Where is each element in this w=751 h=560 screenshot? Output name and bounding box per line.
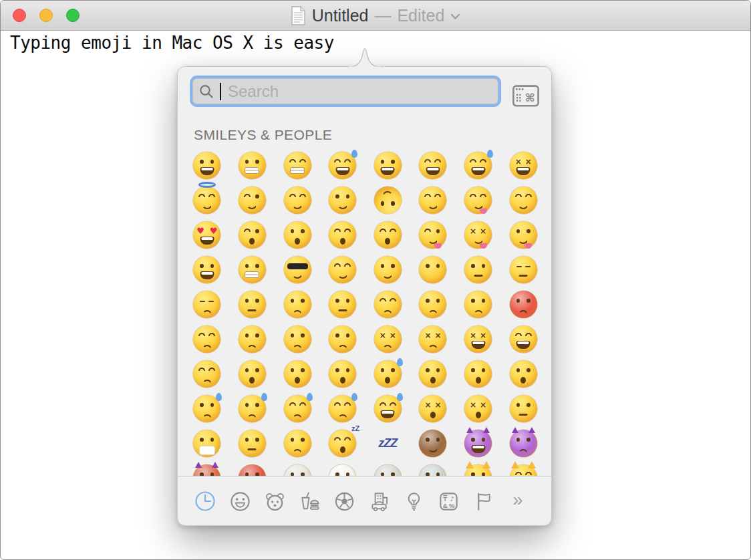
emoji-persevering-face[interactable]: ××: [371, 323, 404, 355]
emoji-slightly-smiling-face[interactable]: [327, 184, 359, 216]
chevron-down-icon[interactable]: [450, 13, 460, 20]
emoji-frowning-face[interactable]: [327, 323, 359, 355]
category-symbols[interactable]: T ♪ & %: [431, 484, 466, 519]
emoji-face-with-medical-mask[interactable]: [191, 427, 223, 459]
emoji-smiling-face-sunglasses[interactable]: [281, 253, 313, 285]
emoji-hugging-face[interactable]: [327, 253, 359, 285]
emoji-face-with-tongue[interactable]: [507, 219, 539, 251]
emoji-ogre[interactable]: [191, 462, 223, 476]
emoji-smiling-face-with-sweat[interactable]: [462, 149, 494, 181]
emoji-grimacing-face[interactable]: [236, 149, 268, 181]
emoji-unamused-face[interactable]: [191, 288, 223, 320]
emoji-winking-face[interactable]: [236, 184, 268, 216]
character-viewer-expand-button[interactable]: ⌘: [508, 84, 544, 110]
emoji-fearful-face[interactable]: [327, 358, 359, 390]
emoji-alien[interactable]: [371, 462, 404, 476]
search-field[interactable]: [190, 76, 501, 107]
emoji-smiling-face-open-mouth-smiling-eyes[interactable]: [417, 149, 449, 181]
emoji-confounded-face[interactable]: ××: [417, 323, 449, 355]
emoji-disappointed-face[interactable]: [371, 288, 404, 320]
emoji-confused-face[interactable]: [236, 323, 268, 355]
search-input[interactable]: [228, 82, 492, 101]
emoji-face-with-rolling-eyes[interactable]: [236, 288, 268, 320]
emoji-crying-face[interactable]: [191, 392, 223, 424]
title-bar[interactable]: Untitled — Edited: [1, 1, 750, 31]
emoji-grinning-cat-face[interactable]: [507, 462, 539, 476]
emoji-face-with-thermometer[interactable]: [236, 427, 268, 459]
emoji-smiling-face-with-halo[interactable]: [191, 184, 223, 216]
category-activity[interactable]: [327, 484, 361, 519]
emoji-heart-eyes-face[interactable]: ♥♥: [191, 219, 223, 251]
category-animals-nature[interactable]: [257, 484, 292, 519]
category-frequently-used[interactable]: [188, 484, 222, 519]
emoji-goblin[interactable]: [236, 462, 268, 476]
emoji-ghost[interactable]: [327, 462, 359, 476]
emoji-beaming-face[interactable]: [281, 149, 313, 181]
symbols-icon: T ♪ & %: [438, 491, 460, 513]
emoji-angry-face-with-horns[interactable]: [507, 427, 539, 459]
emoji-money-mouth-face[interactable]: [191, 253, 223, 285]
emoji-worried-face[interactable]: [417, 288, 449, 320]
emoji-skull[interactable]: [281, 462, 313, 476]
emoji-angry-face[interactable]: [462, 288, 494, 320]
emoji-robot-face[interactable]: [417, 462, 449, 476]
emoji-grinning-face[interactable]: [191, 149, 223, 181]
emoji-smiling-face-smiling-eyes[interactable]: [281, 184, 313, 216]
emoji-pile-of-poo[interactable]: [417, 427, 449, 459]
emoji-face-without-mouth[interactable]: [417, 253, 449, 285]
minimize-button[interactable]: [39, 9, 53, 22]
emoji-nerd-face[interactable]: [236, 253, 268, 285]
category-more[interactable]: »: [500, 484, 535, 519]
emoji-face-with-open-mouth[interactable]: [236, 358, 268, 390]
emoji-relieved-face[interactable]: [507, 184, 539, 216]
emoji-kissing-face-smiling-eyes[interactable]: [327, 219, 359, 251]
emoji-loudly-crying-face[interactable]: [371, 392, 404, 424]
emoji-anguished-face[interactable]: [507, 358, 539, 390]
emoji-zipper-mouth-face[interactable]: [507, 392, 539, 424]
close-button[interactable]: [13, 9, 26, 22]
emoji-dizzy-face[interactable]: ××: [417, 392, 449, 424]
emoji-sleeping-face[interactable]: zZ: [327, 427, 359, 459]
emoji-weary-face[interactable]: [507, 323, 539, 355]
emoji-squinting-face-with-tongue[interactable]: ××: [462, 219, 494, 251]
emoji-anxious-face-with-sweat[interactable]: [371, 358, 404, 390]
emoji-upside-down-face[interactable]: [371, 184, 404, 216]
emoji-slightly-frowning-face[interactable]: [281, 323, 313, 355]
emoji-winking-face-with-tongue[interactable]: [417, 219, 449, 251]
emoji-neutral-face[interactable]: [462, 253, 494, 285]
emoji-tired-face[interactable]: ××: [462, 323, 494, 355]
emoji-smiling-face-with-horns[interactable]: [462, 427, 494, 459]
emoji-kissing-face-closed-eyes[interactable]: [371, 219, 404, 251]
emoji-hushed-face[interactable]: [417, 358, 449, 390]
emoji-thinking-face[interactable]: [281, 288, 313, 320]
category-travel-places[interactable]: [361, 484, 396, 519]
emoji-flushed-face[interactable]: [327, 288, 359, 320]
emoji-expressionless-face[interactable]: [507, 253, 539, 285]
emoji-face-savoring-food[interactable]: [462, 184, 494, 216]
emoji-smiling-cat-face[interactable]: [462, 462, 494, 476]
emoji-smiling-face-open-mouth[interactable]: [371, 149, 404, 181]
emoji-sad-but-relieved-face[interactable]: [236, 392, 268, 424]
emoji-relaxed-face[interactable]: [417, 184, 449, 216]
category-flags[interactable]: [466, 484, 500, 519]
emoji-face-with-head-bandage[interactable]: [281, 427, 313, 459]
category-objects[interactable]: [396, 484, 431, 519]
emoji-downcast-face-with-sweat[interactable]: [327, 392, 359, 424]
emoji-zzz-symbol[interactable]: zZZ: [371, 427, 404, 459]
emoji-sleepy-face[interactable]: [281, 392, 313, 424]
emoji-pouting-face[interactable]: [507, 288, 539, 320]
emoji-astonished-face[interactable]: ××: [462, 392, 494, 424]
emoji-face-with-tears-of-joy[interactable]: [327, 149, 359, 181]
emoji-grinning-squinting-face[interactable]: ××: [507, 149, 539, 181]
document-area[interactable]: Typing emoji in Mac OS X is easy: [1, 31, 750, 559]
emoji-smirking-face[interactable]: [371, 253, 404, 285]
category-smileys-people[interactable]: [222, 484, 257, 519]
emoji-face-blowing-kiss[interactable]: [236, 219, 268, 251]
zoom-button[interactable]: [66, 9, 80, 22]
category-food-drink[interactable]: [292, 484, 327, 519]
emoji-frowning-face-open-mouth[interactable]: [462, 358, 494, 390]
emoji-face-with-steam-from-nose[interactable]: [191, 358, 223, 390]
emoji-kissing-face[interactable]: [281, 219, 313, 251]
emoji-pensive-face[interactable]: [191, 323, 223, 355]
emoji-face-screaming-in-fear[interactable]: [281, 358, 313, 390]
